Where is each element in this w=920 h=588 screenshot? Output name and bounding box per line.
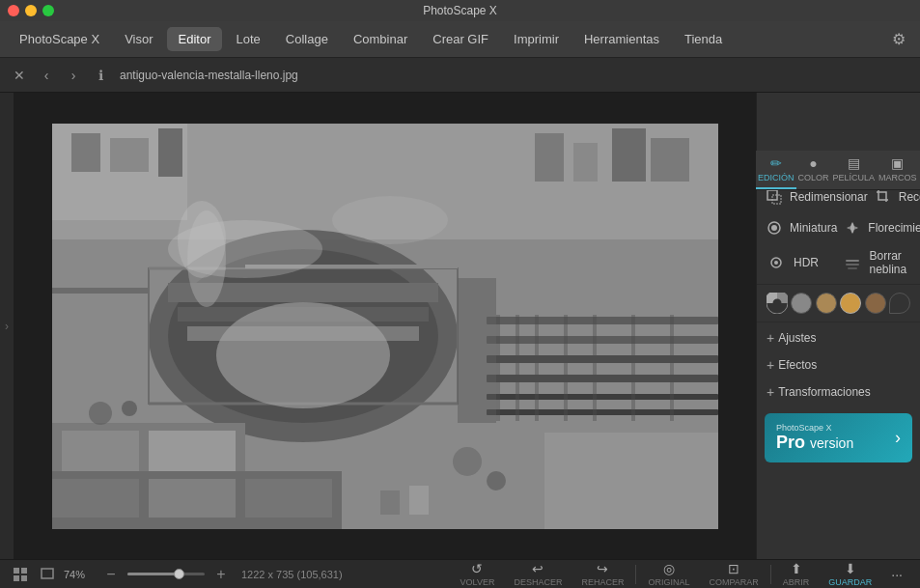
tab-edicion[interactable]: ✏ EDICIÓN <box>756 151 796 189</box>
florecimiento-label: Florecimiento <box>868 221 920 235</box>
efectos-section[interactable]: + Efectos <box>757 351 920 378</box>
menu-herramientas[interactable]: Herramientas <box>572 27 671 51</box>
svg-rect-68 <box>14 575 19 581</box>
swatch-amber[interactable] <box>840 293 861 314</box>
rehacer-label: REHACER <box>581 577 624 587</box>
menu-editor[interactable]: Editor <box>167 27 223 51</box>
rehacer-button[interactable]: ↪ REHACER <box>573 559 631 588</box>
sep-2 <box>770 565 771 584</box>
swatch-brown[interactable] <box>816 293 837 314</box>
zoom-value: 74% <box>64 569 95 580</box>
pro-label: Pro version <box>776 433 853 453</box>
dimensions-label: 1222 x 735 (105,631) <box>241 569 343 580</box>
ajustes-plus-icon: + <box>767 330 774 346</box>
swatch-gray[interactable] <box>791 293 812 314</box>
original-icon: ◎ <box>663 561 675 576</box>
svg-point-61 <box>774 261 778 265</box>
more-options-button[interactable]: ··· <box>883 565 910 584</box>
deshacer-icon: ↩ <box>532 561 544 576</box>
svg-rect-66 <box>14 568 19 574</box>
menu-combinar[interactable]: Combinar <box>342 27 419 51</box>
canvas-area[interactable] <box>14 93 756 559</box>
zoom-fill <box>127 573 176 575</box>
guardar-button[interactable]: ⬇ GUARDAR <box>821 559 879 588</box>
comparar-label: COMPARAR <box>709 577 758 587</box>
status-right: ↺ VOLVER ↩ DESHACER ↪ REHACER ◎ ORIGINAL… <box>453 559 910 588</box>
resize-icon <box>767 187 782 207</box>
abrir-icon: ⬆ <box>791 561 802 576</box>
miniatura-icon <box>767 218 782 238</box>
comparar-button[interactable]: ⊡ COMPARAR <box>701 559 766 588</box>
abrir-button[interactable]: ⬆ ABRIR <box>775 559 818 588</box>
maximize-button[interactable] <box>42 5 54 16</box>
ajustes-section[interactable]: + Ajustes <box>757 324 920 351</box>
borrar-neblina-label: Borrar neblina <box>870 249 911 276</box>
minimize-button[interactable] <box>25 5 37 16</box>
svg-rect-70 <box>42 569 53 578</box>
hue-icon[interactable] <box>767 293 788 314</box>
menu-photoscape[interactable]: PhotoScape X <box>8 27 111 51</box>
color-swatch-row <box>757 287 920 320</box>
tab-marcos[interactable]: ▣ MARCOS <box>877 151 919 189</box>
prev-button[interactable]: ‹ <box>35 64 58 87</box>
main-layout: PRO › <box>0 93 920 559</box>
transformaciones-section[interactable]: + Transformaciones <box>757 378 920 406</box>
efectos-label: Efectos <box>778 358 817 372</box>
left-arrow-button[interactable]: › <box>5 320 9 333</box>
deshacer-button[interactable]: ↩ DESHACER <box>506 559 570 588</box>
deshacer-label: DESHACER <box>514 577 562 587</box>
menu-crear-gif[interactable]: Crear GIF <box>421 27 500 51</box>
next-button[interactable]: › <box>62 64 85 87</box>
window-title: PhotoScape X <box>423 4 497 17</box>
guardar-icon: ⬇ <box>845 561 856 576</box>
miniatura-tool-row[interactable]: Miniatura Florecimiento <box>757 212 920 243</box>
swatch-drop[interactable] <box>889 293 910 314</box>
settings-icon[interactable]: ⚙ <box>885 26 912 53</box>
tab-pelicula[interactable]: ▤ PELÍCULA <box>831 151 878 189</box>
pro-banner-text: PhotoScape X Pro version <box>776 423 853 453</box>
menu-visor[interactable]: Visor <box>113 27 164 51</box>
window-controls <box>8 5 54 16</box>
tab-color[interactable]: ● COLOR <box>796 151 831 189</box>
ajustes-label: Ajustes <box>778 331 816 345</box>
info-button[interactable]: ℹ <box>89 64 112 87</box>
close-button[interactable] <box>8 5 19 16</box>
menu-collage[interactable]: Collage <box>274 27 340 51</box>
grid-view-btn[interactable] <box>10 564 31 585</box>
original-button[interactable]: ◎ ORIGINAL <box>640 559 697 588</box>
borrar-neblina-icon <box>843 253 862 272</box>
svg-rect-67 <box>21 568 27 574</box>
hdr-tool-row[interactable]: HDR Borrar neblina <box>757 243 920 282</box>
hdr-label: HDR <box>794 256 835 269</box>
menu-lote[interactable]: Lote <box>224 27 271 51</box>
zoom-in-btn[interactable]: + <box>210 564 232 585</box>
divider-2 <box>757 284 920 285</box>
pro-banner[interactable]: PhotoScape X Pro version › <box>765 413 912 462</box>
comparar-icon: ⊡ <box>728 561 739 576</box>
resize-label: Redimensionar <box>790 190 868 204</box>
zoom-slider[interactable] <box>127 573 205 575</box>
editor-image <box>52 124 718 529</box>
menu-bar: PhotoScape X Visor Editor Lote Collage C… <box>0 21 920 58</box>
fit-view-btn[interactable] <box>37 564 58 585</box>
swatch-darkbrown[interactable] <box>865 293 886 314</box>
transformaciones-label: Transformaciones <box>778 385 871 399</box>
svg-point-59 <box>771 225 777 231</box>
status-left: 74% − + 1222 x 735 (105,631) <box>10 564 447 585</box>
original-label: ORIGINAL <box>648 577 689 587</box>
pro-arrow-icon: › <box>895 428 901 448</box>
color-icon: ● <box>809 155 817 171</box>
svg-rect-55 <box>52 124 718 529</box>
svg-rect-63 <box>846 264 859 266</box>
menu-imprimir[interactable]: Imprimir <box>502 27 571 51</box>
close-file-button[interactable]: ✕ <box>8 64 31 87</box>
florecimiento-icon <box>845 218 860 238</box>
edit-icon: ✏ <box>770 155 782 171</box>
zoom-out-btn[interactable]: − <box>100 564 122 585</box>
zoom-thumb[interactable] <box>174 569 184 579</box>
volver-button[interactable]: ↺ VOLVER <box>453 559 503 588</box>
svg-rect-69 <box>21 575 27 581</box>
rehacer-icon: ↪ <box>597 561 608 576</box>
menu-tienda[interactable]: Tienda <box>673 27 734 51</box>
guardar-label: GUARDAR <box>828 577 872 587</box>
